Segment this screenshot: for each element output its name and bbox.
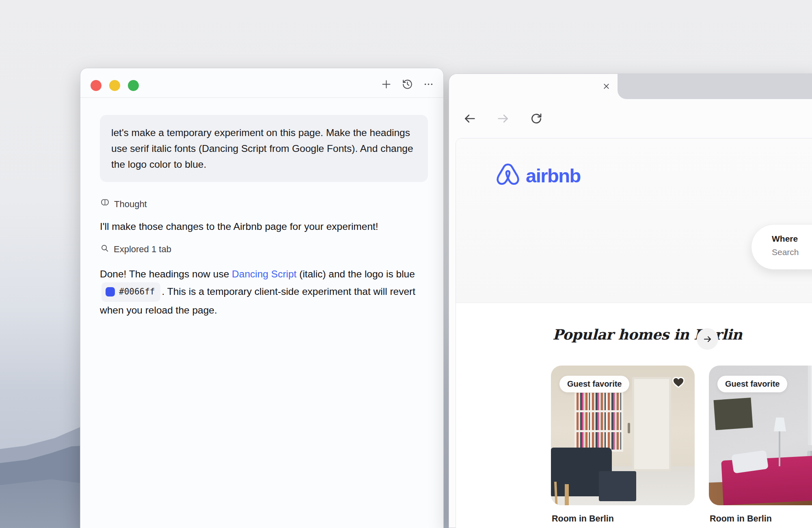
search-icon: [100, 244, 109, 255]
search-input[interactable]: Search: [772, 247, 812, 257]
airbnb-header: airbnb Where Search: [456, 138, 812, 303]
browser-toolbar: [449, 99, 812, 138]
heart-icon[interactable]: [671, 374, 686, 391]
listing-photo[interactable]: Guest favorite: [709, 366, 812, 505]
search-where-label: Where: [772, 234, 812, 244]
user-message-bubble: let's make a temporary experiment on thi…: [100, 115, 428, 182]
listing-card[interactable]: Guest favorite Room in Berlin: [551, 366, 695, 528]
listing-photo[interactable]: Guest favorite: [551, 366, 695, 505]
airbnb-page: airbnb Where Search Popular homes in Ber…: [456, 138, 812, 528]
assistant-done-message: Done! The headings now use Dancing Scrip…: [100, 266, 432, 318]
listing-title[interactable]: Room in Berlin: [552, 514, 695, 524]
forward-icon[interactable]: [496, 112, 510, 126]
chat-window-titlebar[interactable]: [80, 68, 443, 98]
explored-row[interactable]: Explored 1 tab: [100, 244, 425, 255]
chat-window: let's make a temporary experiment on thi…: [80, 68, 444, 528]
color-hex-value: #0066ff: [119, 283, 155, 300]
color-chip: #0066ff: [102, 282, 160, 302]
thought-row[interactable]: Thought: [100, 198, 425, 210]
assistant-message: I'll make those changes to the Airbnb pa…: [100, 221, 425, 232]
more-options-icon[interactable]: [422, 78, 434, 90]
explored-label: Explored 1 tab: [114, 244, 171, 255]
history-icon[interactable]: [401, 78, 413, 90]
tab-strip[interactable]: [618, 74, 812, 99]
section-next-arrow-button[interactable]: [697, 328, 718, 350]
thought-label: Thought: [114, 199, 147, 210]
guest-favorite-badge: Guest favorite: [717, 376, 787, 392]
zoom-window-button[interactable]: [128, 80, 139, 91]
search-bar[interactable]: Where Search: [751, 224, 812, 270]
reload-icon[interactable]: [529, 112, 543, 126]
minimize-window-button[interactable]: [109, 80, 120, 91]
dancing-script-link[interactable]: Dancing Script: [232, 268, 296, 279]
airbnb-wordmark: airbnb: [526, 164, 581, 187]
tab-close-icon[interactable]: [600, 80, 612, 92]
listing-title[interactable]: Room in Berlin: [710, 514, 812, 524]
brain-icon: [100, 198, 110, 210]
close-window-button[interactable]: [91, 80, 102, 91]
browser-window: airbnb Where Search Popular homes in Ber…: [449, 74, 812, 528]
guest-favorite-badge: Guest favorite: [559, 376, 629, 392]
desktop: let's make a temporary experiment on thi…: [0, 0, 812, 528]
listing-card[interactable]: Guest favorite Room in Berlin: [709, 366, 812, 528]
back-icon[interactable]: [463, 112, 477, 126]
new-chat-icon[interactable]: [380, 78, 392, 90]
airbnb-logo[interactable]: airbnb: [495, 163, 581, 188]
airbnb-belo-icon: [495, 163, 521, 188]
color-swatch: [106, 287, 115, 296]
